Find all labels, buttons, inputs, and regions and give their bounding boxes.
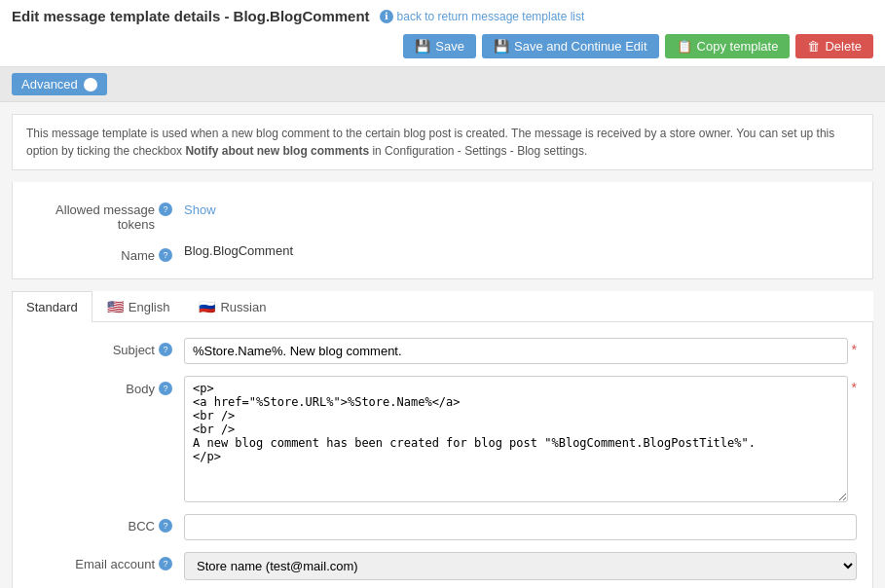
info-text: This message template is used when a new… (26, 127, 834, 158)
name-value: Blog.BlogComment (184, 239, 293, 258)
bcc-row: BCC ? (13, 508, 872, 546)
body-textarea[interactable]: <p> <a href="%Store.URL%">%Store.Name%</… (184, 376, 848, 502)
subject-input[interactable] (184, 338, 848, 364)
body-label: Body ? (28, 376, 184, 396)
name-help-icon[interactable]: ? (159, 248, 172, 262)
name-label: Name ? (28, 243, 184, 263)
save-continue-label: Save and Continue Edit (514, 39, 647, 54)
email-account-label: Email account ? (28, 552, 184, 571)
copy-template-button[interactable]: 📋 Copy template (665, 34, 791, 58)
subject-row: Subject ? * (13, 332, 872, 370)
email-account-select[interactable]: Store name (test@mail.com) (184, 552, 857, 580)
back-link-text: back to return message template list (397, 10, 585, 23)
info-box: This message template is used when a new… (12, 114, 873, 170)
body-row: Body ? <p> <a href="%Store.URL%">%Store.… (13, 370, 872, 508)
copy-label: Copy template (697, 39, 779, 54)
subject-help-icon[interactable]: ? (159, 343, 172, 356)
page-title: Edit message template details - Blog.Blo… (12, 8, 370, 24)
name-row: Name ? Blog.BlogComment (13, 238, 872, 269)
tab-english-label: English (129, 300, 170, 314)
english-flag-icon: 🇺🇸 (107, 299, 124, 314)
top-form-section: Allowed message tokens ? Show Name ? Blo… (12, 182, 873, 279)
body-help-icon[interactable]: ? (159, 382, 172, 395)
save-continue-icon: 💾 (494, 39, 509, 54)
email-help-icon[interactable]: ? (159, 557, 172, 570)
allowed-tokens-label: Allowed message tokens ? (28, 198, 184, 232)
delete-button[interactable]: 🗑 Delete (795, 34, 873, 58)
advanced-tab-label: Advanced (21, 77, 78, 92)
tab-russian[interactable]: 🇷🇺 Russian (184, 291, 280, 321)
bcc-label: BCC ? (28, 514, 184, 533)
show-tokens-link[interactable]: Show (184, 198, 216, 217)
subject-label: Subject ? (28, 338, 184, 357)
delete-label: Delete (825, 39, 862, 54)
main-form-section: Subject ? * Body ? <p> <a href="%Store.U… (12, 322, 873, 588)
tab-standard[interactable]: Standard (12, 291, 92, 322)
tab-english[interactable]: 🇺🇸 English (92, 291, 185, 321)
save-label: Save (435, 39, 464, 54)
advanced-tab[interactable]: Advanced (12, 73, 107, 95)
bcc-help-icon[interactable]: ? (159, 519, 172, 533)
delete-icon: 🗑 (807, 39, 820, 54)
page-header: Edit message template details - Blog.Blo… (0, 0, 885, 67)
tab-standard-label: Standard (26, 300, 78, 314)
lang-tabs: Standard 🇺🇸 English 🇷🇺 Russian (12, 291, 873, 322)
advanced-bar: Advanced (0, 67, 885, 102)
copy-icon: 📋 (677, 39, 692, 54)
email-account-row: Email account ? Store name (test@mail.co… (13, 546, 872, 586)
save-icon: 💾 (415, 39, 430, 54)
save-continue-button[interactable]: 💾 Save and Continue Edit (482, 34, 659, 58)
tab-russian-label: Russian (220, 300, 266, 314)
russian-flag-icon: 🇷🇺 (199, 299, 215, 314)
save-button[interactable]: 💾 Save (403, 34, 476, 58)
back-link[interactable]: ℹ back to return message template list (380, 10, 585, 23)
bcc-input[interactable] (184, 514, 857, 540)
toggle-icon (84, 78, 97, 92)
allowed-tokens-row: Allowed message tokens ? Show (13, 192, 872, 238)
subject-required: * (852, 342, 857, 357)
info-bold: Notify about new blog comments (185, 144, 369, 158)
header-actions: 💾 Save 💾 Save and Continue Edit 📋 Copy t… (403, 34, 873, 58)
body-required: * (852, 380, 857, 395)
info-icon: ℹ (380, 10, 393, 23)
allowed-tokens-help-icon[interactable]: ? (159, 202, 172, 216)
